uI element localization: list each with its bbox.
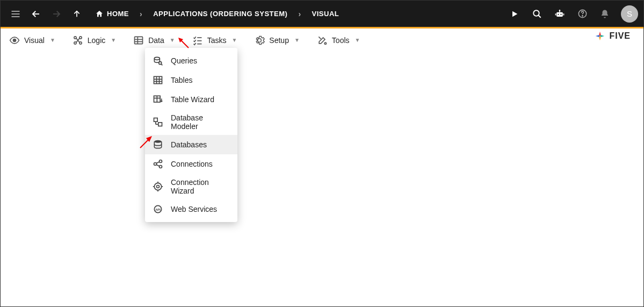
- svg-point-49: [154, 163, 157, 166]
- play-icon[interactable]: [505, 4, 524, 24]
- dropdown-label: Table Wizard: [171, 95, 214, 104]
- menu-label: Tasks: [207, 36, 227, 45]
- svg-line-8: [538, 15, 541, 18]
- svg-text:API: API: [155, 208, 161, 211]
- search-icon[interactable]: [527, 4, 547, 24]
- dropdown-web-services[interactable]: API Web Services: [145, 199, 237, 219]
- dropdown-label: Web Services: [171, 205, 217, 213]
- breadcrumb-label: APPLICATIONS (ORDERING SYSTEM): [153, 10, 287, 18]
- dropdown-database-modeler[interactable]: Database Modeler: [145, 109, 237, 135]
- breadcrumb-applications[interactable]: APPLICATIONS (ORDERING SYSTEM): [150, 8, 291, 20]
- table-icon: [133, 35, 144, 46]
- menu-logic[interactable]: Logic ▼: [71, 32, 117, 49]
- svg-line-52: [156, 162, 160, 163]
- logo-icon: [594, 30, 606, 42]
- dropdown-table-wizard[interactable]: Table Wizard: [145, 90, 237, 109]
- menu-setup[interactable]: Setup ▼: [253, 32, 301, 49]
- chevron-right-icon: ›: [294, 10, 305, 18]
- up-icon[interactable]: [67, 4, 86, 24]
- checklist-icon: [192, 35, 203, 46]
- svg-point-55: [154, 183, 161, 190]
- connection-wizard-icon: [153, 181, 163, 192]
- tables-icon: [153, 75, 163, 85]
- topbar-right: S: [505, 4, 638, 24]
- svg-point-51: [160, 166, 162, 168]
- queries-icon: [153, 55, 163, 66]
- avatar-initial: S: [627, 9, 632, 18]
- database-modeler-icon: [153, 117, 163, 127]
- caret-down-icon: ▼: [50, 37, 55, 43]
- eye-icon: [9, 35, 20, 46]
- menu-label: Data: [148, 36, 164, 45]
- gear-icon: [254, 35, 265, 46]
- dropdown-queries[interactable]: Queries: [145, 51, 237, 70]
- robot-icon[interactable]: [550, 4, 569, 24]
- svg-point-17: [582, 16, 582, 16]
- svg-rect-45: [158, 123, 162, 126]
- breadcrumb-label: VISUAL: [312, 10, 339, 18]
- dropdown-connections[interactable]: Connections: [145, 154, 237, 174]
- bell-icon[interactable]: [595, 4, 614, 24]
- logo: FIVE: [594, 30, 631, 42]
- dropdown-label: Database Modeler: [171, 113, 230, 131]
- dropdown-databases[interactable]: Databases: [145, 135, 237, 154]
- table-wizard-icon: [153, 94, 163, 105]
- menu-label: Logic: [88, 36, 105, 45]
- svg-point-48: [154, 140, 161, 143]
- dropdown-label: Connection Wizard: [171, 178, 230, 195]
- svg-point-18: [13, 39, 16, 41]
- dropdown-connection-wizard[interactable]: Connection Wizard: [145, 174, 237, 199]
- menu-label: Tools: [332, 36, 350, 45]
- caret-down-icon: ▼: [170, 37, 175, 43]
- topbar-left: HOME › APPLICATIONS (ORDERING SYSTEM) › …: [6, 4, 342, 24]
- data-dropdown: Queries Tables Table Wizard Database Mod…: [145, 48, 237, 222]
- svg-point-7: [533, 10, 539, 16]
- chevron-right-icon: ›: [135, 10, 147, 18]
- svg-point-33: [154, 57, 160, 60]
- menu-tasks[interactable]: Tasks ▼: [191, 32, 238, 49]
- dropdown-tables[interactable]: Tables: [145, 70, 237, 90]
- help-icon[interactable]: [573, 4, 592, 24]
- caret-down-icon: ▼: [355, 37, 360, 43]
- svg-rect-25: [135, 37, 143, 44]
- back-icon[interactable]: [26, 4, 46, 24]
- dropdown-label: Tables: [171, 76, 192, 84]
- caret-down-icon: ▼: [231, 37, 237, 43]
- dropdown-label: Databases: [171, 140, 207, 149]
- svg-rect-14: [555, 13, 556, 15]
- svg-point-11: [560, 13, 561, 15]
- menu-tools[interactable]: Tools ▼: [316, 32, 361, 49]
- caret-down-icon: ▼: [111, 37, 116, 43]
- avatar[interactable]: S: [621, 5, 638, 23]
- connections-icon: [153, 159, 163, 169]
- logo-text: FIVE: [609, 31, 631, 41]
- menu-data[interactable]: Data ▼: [132, 32, 176, 49]
- menu-visual[interactable]: Visual ▼: [8, 32, 56, 49]
- svg-point-10: [558, 13, 559, 15]
- menu-label: Visual: [24, 36, 45, 45]
- tools-icon: [317, 35, 328, 46]
- hamburger-icon[interactable]: [6, 4, 25, 24]
- caret-down-icon: ▼: [294, 37, 300, 43]
- svg-line-53: [156, 165, 160, 166]
- menu-label: Setup: [269, 36, 289, 45]
- svg-point-54: [157, 185, 160, 188]
- breadcrumb-label: HOME: [107, 10, 129, 18]
- svg-point-32: [324, 42, 326, 44]
- database-icon: [153, 139, 163, 150]
- svg-rect-36: [154, 76, 162, 83]
- topbar: HOME › APPLICATIONS (ORDERING SYSTEM) › …: [1, 1, 643, 27]
- svg-point-50: [160, 160, 162, 163]
- web-services-icon: API: [153, 204, 163, 215]
- svg-marker-6: [512, 11, 517, 17]
- svg-rect-9: [556, 12, 563, 16]
- svg-rect-44: [154, 118, 158, 122]
- svg-point-13: [559, 10, 561, 11]
- nodes-icon: [73, 35, 83, 46]
- breadcrumb-home[interactable]: HOME: [92, 8, 132, 20]
- svg-line-35: [161, 64, 163, 66]
- breadcrumb-visual[interactable]: VISUAL: [309, 8, 343, 20]
- dropdown-label: Connections: [171, 160, 213, 168]
- dropdown-label: Queries: [171, 56, 197, 65]
- forward-icon: [47, 4, 66, 24]
